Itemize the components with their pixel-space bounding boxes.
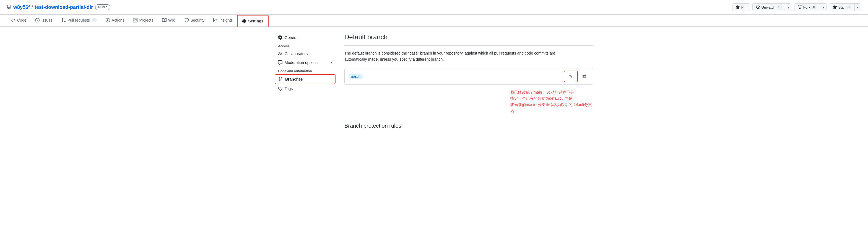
repo-owner[interactable]: w8y56f [13, 4, 30, 10]
sidebar-branches-label: Branches [285, 77, 303, 81]
page-layout: General Access Collaborators Moderation … [268, 27, 600, 136]
unwatch-button[interactable]: Unwatch 1 [753, 4, 785, 11]
protection-rules-title: Branch protection rules [344, 123, 593, 129]
pin-button[interactable]: Pin [733, 4, 750, 11]
pull-requests-count: 1 [92, 18, 97, 22]
star-group: Star 0 ▾ [829, 3, 861, 11]
tab-security-label: Security [191, 18, 205, 22]
tab-issues-label: Issues [41, 18, 52, 22]
pin-label: Pin [741, 5, 747, 9]
tab-wiki-label: Wiki [168, 18, 175, 22]
unwatch-label: Unwatch [762, 5, 776, 9]
tab-actions-label: Actions [112, 18, 124, 22]
sidebar-moderation-label: Moderation options [285, 60, 317, 65]
star-button[interactable]: Star 0 [829, 4, 855, 11]
tab-insights[interactable]: Insights [209, 15, 237, 26]
fork-group: Fork 0 ▾ [794, 3, 827, 11]
unwatch-group: Unwatch 1 ▾ [752, 3, 792, 11]
page-title: Default branch [344, 33, 593, 41]
fork-button[interactable]: Fork 0 [795, 4, 820, 11]
annotation-text: 我已经改成了main， 改动的过程不是指定一个已有的分支为default，而是将… [510, 89, 593, 114]
sidebar-item-collaborators[interactable]: Collaborators [275, 49, 336, 58]
pin-group: Pin [732, 3, 750, 11]
sidebar-code-automation-header: Code and automation [275, 67, 336, 74]
tab-wiki[interactable]: Wiki [158, 15, 180, 26]
star-label: Star [838, 5, 845, 9]
tab-security[interactable]: Security [180, 15, 209, 26]
tab-insights-label: Insights [219, 18, 232, 22]
repo-name[interactable]: test-download-partial-dir [35, 4, 93, 10]
fork-count: 0 [812, 5, 817, 9]
sidebar-general-label: General [285, 35, 299, 40]
tab-settings[interactable]: Settings [237, 15, 268, 27]
star-dropdown[interactable]: ▾ [855, 4, 861, 11]
fork-label: Fork [803, 5, 810, 9]
tab-pull-requests[interactable]: Pull requests 1 [57, 15, 101, 26]
tab-projects-label: Projects [139, 18, 153, 22]
sidebar-item-general[interactable]: General [275, 33, 336, 42]
tab-issues[interactable]: Issues [31, 15, 57, 26]
branches-icon [279, 77, 283, 81]
switch-branch-button[interactable]: ⇄ [580, 72, 589, 81]
sidebar: General Access Collaborators Moderation … [275, 33, 336, 129]
tab-actions[interactable]: Actions [101, 15, 129, 26]
visibility-badge: Public [95, 4, 111, 10]
gear-icon [278, 35, 282, 40]
chevron-down-icon: ▾ [331, 61, 332, 64]
edit-branch-highlight: ✎ [564, 71, 578, 82]
top-bar: w8y56f / test-download-partial-dir Publi… [0, 0, 868, 15]
tab-code-label: Code [17, 18, 26, 22]
sidebar-item-branches[interactable]: Branches [275, 74, 336, 84]
star-count: 0 [846, 5, 851, 9]
branch-name: main [349, 74, 363, 79]
top-bar-actions: Pin Unwatch 1 ▾ Fork 0 ▾ Star [732, 3, 861, 11]
sidebar-tags-label: Tags [285, 86, 293, 91]
moderation-icon [278, 60, 282, 65]
main-content: Default branch The default branch is con… [344, 33, 593, 129]
default-branch-description: The default branch is considered the “ba… [344, 50, 566, 63]
people-icon [278, 52, 282, 56]
repo-icon [7, 5, 11, 10]
sidebar-item-tags[interactable]: Tags [275, 84, 336, 93]
repo-title: w8y56f / test-download-partial-dir [13, 4, 93, 10]
default-branch-box: main ✎ ⇄ [344, 68, 593, 85]
sidebar-access-header: Access [275, 42, 336, 49]
fork-dropdown[interactable]: ▾ [820, 4, 827, 11]
tab-pull-requests-label: Pull requests [67, 18, 90, 22]
tab-settings-label: Settings [248, 19, 264, 23]
tags-icon [278, 86, 282, 91]
sidebar-item-moderation[interactable]: Moderation options ▾ [275, 58, 336, 67]
tab-code[interactable]: Code [7, 15, 31, 26]
sidebar-collaborators-label: Collaborators [285, 52, 308, 56]
edit-branch-button[interactable]: ✎ [566, 72, 575, 81]
tab-projects[interactable]: Projects [129, 15, 158, 26]
unwatch-dropdown[interactable]: ▾ [785, 4, 792, 11]
unwatch-count: 1 [776, 5, 782, 9]
nav-tabs: Code Issues Pull requests 1 Actions Proj… [0, 15, 868, 27]
